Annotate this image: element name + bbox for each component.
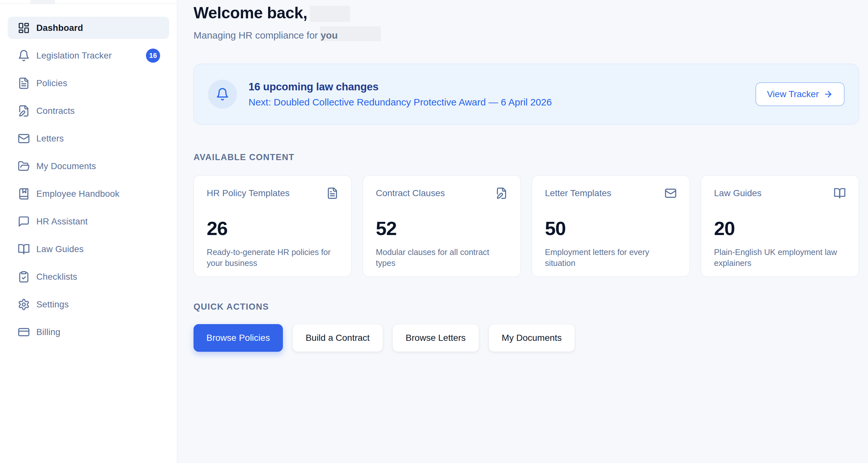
browse-policies-button[interactable]: Browse Policies [193, 324, 283, 352]
arrow-right-icon [823, 89, 833, 99]
layout-dashboard-icon [18, 22, 30, 34]
card-count: 26 [207, 217, 339, 240]
sidebar-item-label: Law Guides [36, 244, 84, 254]
mail-icon [18, 132, 30, 145]
page-subtitle: Managing HR compliance for you [193, 28, 859, 42]
file-pen-icon [495, 187, 507, 199]
folder-open-icon [18, 160, 30, 172]
build-a-contract-button[interactable]: Build a Contract [292, 324, 383, 352]
sidebar-item-label: Dashboard [36, 23, 83, 33]
sidebar-item-label: Legislation Tracker [36, 51, 112, 61]
bell-icon [208, 80, 237, 109]
banner-next-date: — 6 April 2026 [486, 97, 552, 107]
clipboard-check-icon [18, 271, 30, 283]
sidebar-item-billing[interactable]: Billing [8, 321, 169, 343]
sidebar-item-settings[interactable]: Settings [8, 293, 169, 315]
sidebar-item-letters[interactable]: Letters [8, 127, 169, 150]
card-title: HR Policy Templates [207, 188, 290, 198]
sidebar-item-law-guides[interactable]: Law Guides [8, 238, 169, 260]
file-text-icon [18, 77, 30, 89]
card-description: Ready-to-generate HR policies for your b… [207, 247, 339, 269]
credit-card-icon [18, 326, 30, 338]
book-marked-icon [18, 188, 30, 200]
sidebar-item-label: Settings [36, 299, 69, 310]
card-count: 50 [545, 217, 677, 240]
subtitle-text: Managing HR compliance for [193, 30, 320, 40]
message-square-icon [18, 215, 30, 228]
sidebar-item-dashboard[interactable]: Dashboard [8, 17, 169, 39]
file-text-icon [326, 187, 339, 199]
banner-next-link[interactable]: Doubled Collective Redundancy Protective… [274, 97, 486, 107]
card-count: 20 [714, 217, 846, 240]
view-tracker-label: View Tracker [767, 89, 819, 99]
mail-icon [664, 187, 677, 199]
sidebar-item-policies[interactable]: Policies [8, 72, 169, 94]
book-open-icon [18, 243, 30, 255]
card-title: Letter Templates [545, 188, 612, 198]
browse-letters-button[interactable]: Browse Letters [393, 324, 479, 352]
card-description: Plain-English UK employment law explaine… [714, 247, 846, 269]
file-pen-icon [18, 105, 30, 117]
sidebar-item-label: Policies [36, 78, 67, 88]
sidebar-item-contracts[interactable]: Contracts [8, 100, 169, 122]
sidebar-item-legislation-tracker[interactable]: Legislation Tracker 16 [8, 44, 169, 67]
banner-next-prefix: Next: [248, 97, 274, 107]
settings-gear-icon [18, 298, 30, 311]
section-title-quick-actions: QUICK ACTIONS [193, 302, 859, 312]
card-letter-templates[interactable]: Letter Templates 50 Employment letters f… [532, 175, 690, 277]
quick-action-buttons: Browse Policies Build a Contract Browse … [193, 324, 859, 352]
subtitle-emphasis: you [320, 30, 338, 40]
sidebar-header-divider [0, 0, 177, 4]
sidebar-item-label: Employee Handbook [36, 189, 120, 199]
page-title: Welcome back, [193, 4, 307, 23]
section-title-available-content: AVAILABLE CONTENT [193, 152, 859, 162]
main-content: Welcome back, Managing HR compliance for… [177, 0, 868, 463]
card-description: Employment letters for every situation [545, 247, 677, 269]
book-open-icon [834, 187, 846, 199]
card-hr-policy-templates[interactable]: HR Policy Templates 26 Ready-to-generate… [193, 175, 352, 277]
banner-title: 16 upcoming law changes [248, 81, 552, 93]
banner-next-change: Next: Doubled Collective Redundancy Prot… [248, 97, 552, 108]
sidebar-item-label: Billing [36, 327, 60, 337]
bell-icon [18, 50, 30, 62]
content-cards: HR Policy Templates 26 Ready-to-generate… [193, 175, 859, 277]
redacted-logo [31, 0, 55, 3]
sidebar-item-label: My Documents [36, 161, 96, 172]
card-description: Modular clauses for all contract types [376, 247, 507, 269]
sidebar-nav: Dashboard Legislation Tracker 16 Policie… [0, 4, 177, 348]
card-contract-clauses[interactable]: Contract Clauses 52 Modular clauses for … [363, 175, 521, 277]
card-title: Contract Clauses [376, 188, 445, 198]
sidebar-item-label: Contracts [36, 106, 74, 116]
view-tracker-button[interactable]: View Tracker [755, 82, 844, 106]
sidebar-item-label: Checklists [36, 272, 77, 282]
sidebar-item-my-documents[interactable]: My Documents [8, 155, 169, 177]
my-documents-button[interactable]: My Documents [489, 324, 575, 352]
redacted-user-name [310, 6, 350, 22]
law-changes-banner: 16 upcoming law changes Next: Doubled Co… [193, 64, 859, 125]
card-law-guides[interactable]: Law Guides 20 Plain-English UK employmen… [701, 175, 859, 277]
sidebar-item-employee-handbook[interactable]: Employee Handbook [8, 183, 169, 205]
card-title: Law Guides [714, 188, 762, 198]
sidebar: Dashboard Legislation Tracker 16 Policie… [0, 0, 177, 463]
sidebar-item-label: HR Assistant [36, 216, 88, 227]
sidebar-item-checklists[interactable]: Checklists [8, 266, 169, 288]
notification-badge: 16 [146, 49, 160, 63]
sidebar-item-label: Letters [36, 133, 64, 144]
card-count: 52 [376, 217, 507, 240]
sidebar-item-hr-assistant[interactable]: HR Assistant [8, 210, 169, 233]
